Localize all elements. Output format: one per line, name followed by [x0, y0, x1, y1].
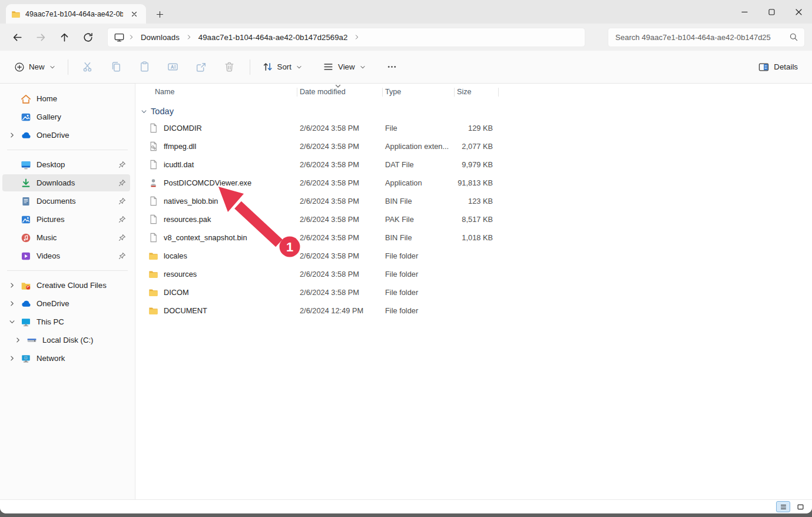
- see-more-button[interactable]: [380, 57, 403, 77]
- sidebar-item-onedrive[interactable]: OneDrive: [2, 127, 130, 144]
- tab-title: 49aac7e1-b104-464a-ae42-0b1: [25, 10, 123, 18]
- sort-button[interactable]: Sort: [256, 57, 309, 77]
- pin-icon: [118, 197, 127, 206]
- copy-button[interactable]: [105, 57, 128, 78]
- group-header-today[interactable]: Today: [140, 104, 812, 119]
- column-headers: Name Date modified Type Size: [147, 84, 812, 100]
- view-button[interactable]: View: [317, 57, 372, 77]
- file-row[interactable]: DICOMDIR2/6/2024 3:58 PMFile129 KB: [147, 119, 812, 137]
- paste-button[interactable]: [133, 57, 157, 78]
- forward-arrow-icon: [35, 32, 47, 43]
- sidebar-item-documents[interactable]: Documents: [2, 193, 130, 210]
- file-row[interactable]: resources.pak2/6/2024 3:58 PMPAK File8,5…: [147, 210, 812, 228]
- sidebar-item-pictures[interactable]: Pictures: [2, 211, 130, 228]
- maximize-button[interactable]: [758, 0, 785, 24]
- share-button[interactable]: [190, 57, 213, 78]
- list-view-icon: [779, 503, 788, 511]
- file-name: ffmpeg.dll: [164, 142, 196, 151]
- search-box[interactable]: [608, 28, 805, 47]
- new-button[interactable]: New: [8, 58, 62, 77]
- details-view-toggle[interactable]: [776, 501, 790, 512]
- sidebar-item-videos[interactable]: Videos: [2, 247, 130, 264]
- sidebar-item-label: Documents: [37, 197, 76, 206]
- file-row[interactable]: PostDICOMCDViewer.exe2/6/2024 3:58 PMApp…: [147, 174, 812, 192]
- explorer-tab[interactable]: 49aac7e1-b104-464a-ae42-0b1: [6, 4, 146, 24]
- back-arrow-icon: [12, 32, 23, 43]
- music-icon: [19, 233, 33, 243]
- sidebar-item-this-pc[interactable]: This PC: [2, 313, 130, 330]
- file-type: Application: [383, 178, 455, 187]
- pin-icon: [118, 251, 127, 260]
- refresh-button[interactable]: [79, 28, 97, 46]
- file-name: icudtl.dat: [164, 160, 194, 169]
- chevron-right-icon[interactable]: [5, 281, 19, 289]
- chevron-right-icon[interactable]: [5, 300, 19, 307]
- large-icons-view-toggle[interactable]: [793, 501, 807, 512]
- file-row[interactable]: resources2/6/2024 3:58 PMFile folder: [147, 265, 812, 283]
- sidebar-item-downloads[interactable]: Downloads: [2, 174, 130, 191]
- sidebar-item-desktop[interactable]: Desktop: [2, 156, 130, 173]
- file-row[interactable]: ffmpeg.dll2/6/2024 3:58 PMApplication ex…: [147, 137, 812, 155]
- file-row[interactable]: icudtl.dat2/6/2024 3:58 PMDAT File9,979 …: [147, 155, 812, 174]
- sidebar-item-network[interactable]: Network: [2, 350, 130, 367]
- sidebar-item-onedrive[interactable]: OneDrive: [2, 295, 130, 312]
- file-icon: [148, 160, 158, 170]
- tab-close-button[interactable]: [128, 8, 141, 21]
- file-name: natives_blob.bin: [164, 197, 218, 206]
- file-name: DICOMDIR: [164, 124, 202, 132]
- rename-button[interactable]: [161, 57, 185, 78]
- delete-icon: [223, 61, 236, 73]
- cut-button[interactable]: [77, 57, 100, 78]
- column-header-size[interactable]: Size: [455, 84, 499, 100]
- new-tab-button[interactable]: [153, 8, 166, 21]
- file-name: DOCUMENT: [164, 306, 207, 315]
- column-header-type[interactable]: Type: [383, 84, 455, 100]
- file-type: File folder: [383, 306, 455, 315]
- folder-icon: [148, 287, 158, 297]
- close-window-button[interactable]: [785, 0, 812, 24]
- minimize-button[interactable]: [731, 0, 758, 24]
- file-row[interactable]: DOCUMENT2/6/2024 12:49 PMFile folder: [147, 301, 812, 320]
- column-header-name[interactable]: Name: [147, 84, 297, 100]
- forward-button[interactable]: [32, 28, 49, 46]
- gallery-icon: [19, 112, 33, 122]
- onedrive-icon: [19, 130, 33, 141]
- chevron-right-icon[interactable]: [11, 336, 25, 344]
- file-row[interactable]: natives_blob.bin2/6/2024 3:58 PMBIN File…: [147, 192, 812, 210]
- up-button[interactable]: [55, 28, 73, 46]
- chevron-right-icon[interactable]: [5, 354, 19, 362]
- file-date-modified: 2/6/2024 3:58 PM: [297, 251, 383, 260]
- file-row[interactable]: locales2/6/2024 3:58 PMFile folder: [147, 247, 812, 265]
- delete-button[interactable]: [218, 57, 241, 78]
- file-row[interactable]: DICOM2/6/2024 3:58 PMFile folder: [147, 283, 812, 301]
- search-input[interactable]: [615, 33, 789, 42]
- file-date-modified: 2/6/2024 3:58 PM: [297, 288, 383, 297]
- sidebar-item-music[interactable]: Music: [2, 229, 130, 246]
- chevron-down-icon[interactable]: [5, 318, 19, 326]
- back-button[interactable]: [8, 28, 26, 46]
- pin-icon: [118, 215, 127, 224]
- toolbar-divider: [250, 59, 250, 75]
- exe-app-icon: [148, 178, 158, 188]
- videos-icon: [19, 251, 33, 261]
- sidebar-item-label: Home: [37, 94, 57, 103]
- onedrive-icon: [19, 299, 33, 309]
- sidebar-item-gallery[interactable]: Gallery: [2, 108, 130, 125]
- this-pc-monitor-icon: [114, 32, 125, 43]
- file-type: File folder: [383, 251, 455, 260]
- file-row[interactable]: v8_context_snapshot.bin2/6/2024 3:58 PMB…: [147, 228, 812, 247]
- file-date-modified: 2/6/2024 3:58 PM: [297, 160, 383, 169]
- sidebar-item-home[interactable]: Home: [2, 90, 130, 107]
- sidebar-item-creative-cloud-files[interactable]: Creative Cloud Files: [2, 277, 130, 294]
- breadcrumb-item[interactable]: 49aac7e1-b104-464a-ae42-0b147d2569a2: [194, 31, 352, 44]
- new-button-label: New: [29, 62, 45, 71]
- breadcrumb[interactable]: Downloads49aac7e1-b104-464a-ae42-0b147d2…: [107, 28, 585, 47]
- refresh-icon: [82, 32, 94, 43]
- details-pane-button[interactable]: Details: [752, 57, 804, 77]
- status-bar: [0, 499, 812, 513]
- file-explorer-window: 49aac7e1-b104-464a-ae42-0b1 Downloads49a…: [0, 0, 812, 513]
- breadcrumb-item[interactable]: Downloads: [137, 31, 184, 44]
- explorer-body: HomeGalleryOneDriveDesktopDownloadsDocum…: [0, 84, 812, 499]
- sidebar-item-local-disk-c[interactable]: Local Disk (C:): [8, 332, 130, 349]
- chevron-right-icon[interactable]: [5, 131, 19, 139]
